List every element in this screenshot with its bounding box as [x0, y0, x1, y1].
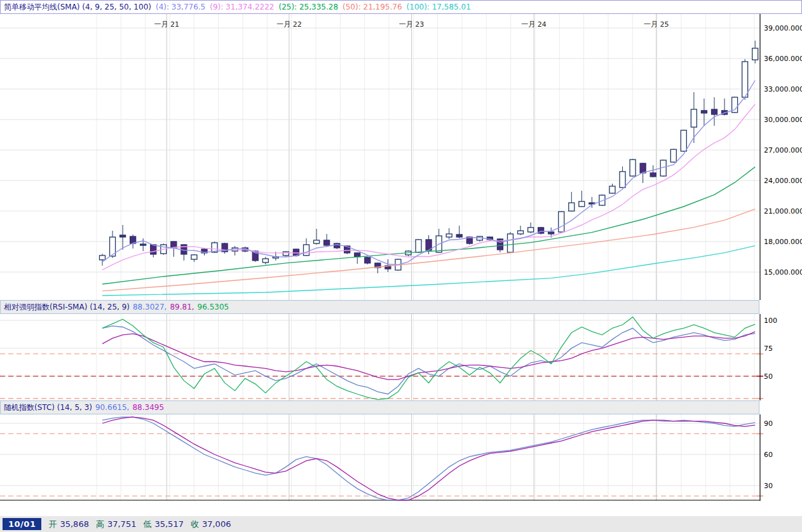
svg-text:75: 75 [764, 344, 773, 353]
svg-text:27,000.0000: 27,000.0000 [764, 146, 802, 154]
svg-text:18,000.0000: 18,000.0000 [764, 238, 802, 246]
date-badge: 10/01 [3, 518, 41, 530]
svg-text:一月 24: 一月 24 [521, 20, 547, 29]
rsi-value-1: 88.3027, [133, 303, 167, 311]
svg-text:30: 30 [764, 482, 773, 490]
ohlc-status-bar: 10/01 开 35,868 高 37,751 低 35,517 收 37,00… [0, 516, 802, 532]
svg-text:21,000.0000: 21,000.0000 [764, 207, 802, 215]
svg-text:30,000.0000: 30,000.0000 [764, 116, 802, 124]
stc-value-1: 90.6615, [95, 403, 129, 412]
svg-text:36,000.0000: 36,000.0000 [764, 55, 802, 63]
svg-text:一月 21: 一月 21 [154, 20, 180, 29]
price-candlestick-chart[interactable]: 一月 21一月 22一月 23一月 24一月 2515,000.000018,0… [0, 14, 802, 300]
rsi-value-3: 96.5305 [198, 303, 229, 311]
stc-value-2: 88.3495 [132, 403, 164, 412]
svg-text:一月 23: 一月 23 [399, 20, 425, 29]
svg-text:60: 60 [764, 451, 773, 459]
sma100-value: (100): 17,585.01 [407, 3, 471, 11]
high-value: 37,751 [107, 519, 137, 529]
stochastic-indicator-chart[interactable]: 906030 [0, 414, 802, 501]
svg-text:一月 25: 一月 25 [644, 20, 669, 29]
open-value: 35,868 [60, 519, 89, 529]
close-value: 37,006 [202, 519, 231, 529]
svg-text:90: 90 [764, 419, 773, 428]
sma9-value: (9): 31,374.2222 [210, 3, 274, 11]
sma-legend-bar: 简单移动平均线(SMA) (4, 9, 25, 50, 100) (4): 33… [0, 0, 802, 14]
stc-title: 随机指数(STC) (14, 5, 3) [4, 402, 92, 413]
chart-window: 简单移动平均线(SMA) (4, 9, 25, 50, 100) (4): 33… [0, 0, 802, 532]
svg-text:一月 22: 一月 22 [276, 20, 302, 29]
sma-title: 简单移动平均线(SMA) (4, 9, 25, 50, 100) [4, 2, 151, 13]
svg-text:33,000.0000: 33,000.0000 [764, 85, 802, 93]
close-label: 收 [191, 519, 199, 530]
open-label: 开 [48, 519, 57, 530]
svg-text:39,000.0000: 39,000.0000 [764, 24, 802, 32]
low-label: 低 [143, 519, 151, 530]
low-value: 35,517 [154, 519, 184, 529]
rsi-legend-bar: 相对强弱指数(RSI-SMA) (14, 25, 9) 88.3027, 89.… [0, 300, 759, 314]
svg-text:100: 100 [764, 317, 777, 325]
svg-text:15,000.0000: 15,000.0000 [764, 268, 802, 276]
sma4-value: (4): 33,776.5 [156, 3, 205, 11]
stc-legend-bar: 随机指数(STC) (14, 5, 3) 90.6615, 88.3495 [0, 400, 759, 414]
svg-text:24,000.0000: 24,000.0000 [764, 177, 802, 185]
rsi-title: 相对强弱指数(RSI-SMA) (14, 25, 9) [4, 302, 130, 313]
rsi-value-2: 89.81, [170, 303, 194, 311]
sma25-value: (25): 25,335.28 [278, 3, 338, 11]
rsi-indicator-chart[interactable]: 1007550 [0, 314, 802, 400]
sma50-value: (50): 21,195.76 [343, 3, 402, 11]
svg-text:50: 50 [764, 372, 773, 381]
high-label: 高 [96, 519, 104, 530]
